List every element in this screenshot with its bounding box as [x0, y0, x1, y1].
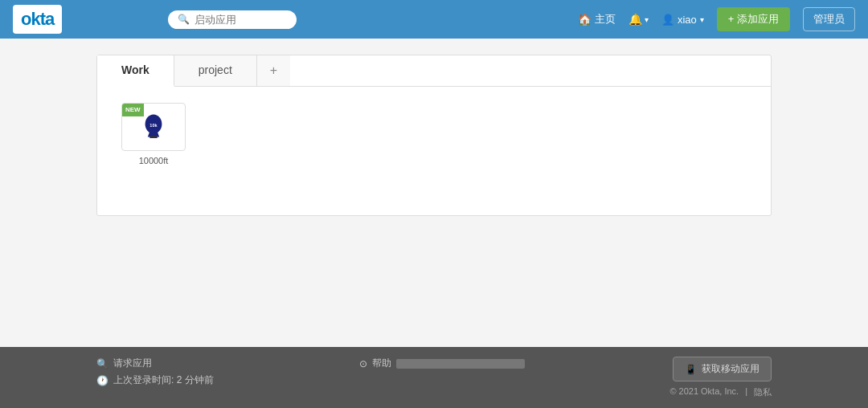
footer-copyright: © 2021 Okta, Inc. | 隐私 [669, 386, 772, 398]
tab-work[interactable]: Work [97, 55, 174, 87]
header: okta 🔍 🏠 主页 🔔 ▾ 👤 xiao ▾ + 添加应用 管理员 [0, 0, 868, 39]
bell-chevron-icon: ▾ [645, 15, 649, 24]
clock-icon: 🕐 [96, 375, 108, 386]
last-login-label: 上次登录时间: 2 分钟前 [113, 373, 214, 387]
plus-icon: + [270, 63, 277, 77]
logo[interactable]: okta [13, 5, 62, 34]
footer-center: ⊙ 帮助 [359, 357, 525, 370]
user-name-label: xiao [678, 14, 697, 26]
main-content: Work project + NEW 10k [0, 39, 868, 347]
help-link-blurred [396, 359, 525, 369]
home-link[interactable]: 🏠 主页 [578, 12, 616, 27]
tab-add-button[interactable]: + [257, 55, 290, 86]
tab-work-label: Work [121, 63, 149, 76]
app-logo-svg: 10k [139, 112, 168, 141]
search-bar[interactable]: 🔍 [168, 10, 297, 29]
footer: 🔍 请求应用 🕐 上次登录时间: 2 分钟前 ⊙ 帮助 📱 获取移动应用 © 2… [0, 347, 868, 408]
tabs-container: Work project + NEW 10k [96, 55, 772, 216]
privacy-link[interactable]: 隐私 [754, 386, 772, 398]
copyright-label: © 2021 Okta, Inc. [669, 386, 739, 398]
request-icon: 🔍 [96, 358, 108, 369]
request-app-row: 🔍 请求应用 [96, 357, 214, 370]
app-name-label: 10000ft [139, 156, 169, 165]
help-row: ⊙ 帮助 [359, 357, 525, 370]
mobile-btn-label: 获取移动应用 [702, 362, 760, 376]
home-label: 主页 [595, 12, 616, 27]
footer-right: 📱 获取移动应用 © 2021 Okta, Inc. | 隐私 [669, 357, 772, 398]
tabs-content: NEW 10k 10000ft [97, 87, 771, 215]
separator: | [745, 386, 747, 398]
mobile-icon: 📱 [685, 364, 697, 375]
app-card-10000ft[interactable]: NEW 10k 10000ft [113, 103, 194, 165]
svg-rect-1 [149, 137, 158, 138]
help-label[interactable]: 帮助 [372, 357, 391, 370]
user-icon: 👤 [661, 14, 674, 26]
notifications-button[interactable]: 🔔 ▾ [628, 13, 649, 26]
search-input[interactable] [194, 14, 283, 26]
tab-project[interactable]: project [174, 55, 257, 86]
user-chevron-icon: ▾ [700, 15, 704, 24]
admin-button[interactable]: 管理员 [803, 7, 855, 31]
nav-right: 🏠 主页 🔔 ▾ 👤 xiao ▾ + 添加应用 管理员 [578, 7, 855, 31]
last-login-row: 🕐 上次登录时间: 2 分钟前 [96, 373, 214, 387]
add-app-button[interactable]: + 添加应用 [717, 7, 790, 31]
svg-text:10k: 10k [149, 123, 158, 128]
tabs-header: Work project + [97, 55, 771, 87]
home-icon: 🏠 [578, 13, 592, 26]
logo-text: okta [21, 9, 54, 30]
user-menu-button[interactable]: 👤 xiao ▾ [661, 14, 704, 26]
new-badge: NEW [122, 104, 144, 116]
app-icon-wrapper: NEW 10k [121, 103, 186, 151]
get-mobile-app-button[interactable]: 📱 获取移动应用 [673, 357, 772, 381]
tab-project-label: project [199, 63, 232, 76]
request-app-label[interactable]: 请求应用 [113, 357, 152, 370]
search-icon: 🔍 [178, 14, 190, 25]
help-icon: ⊙ [359, 358, 367, 369]
bell-icon: 🔔 [628, 13, 642, 26]
footer-left: 🔍 请求应用 🕐 上次登录时间: 2 分钟前 [96, 357, 214, 387]
